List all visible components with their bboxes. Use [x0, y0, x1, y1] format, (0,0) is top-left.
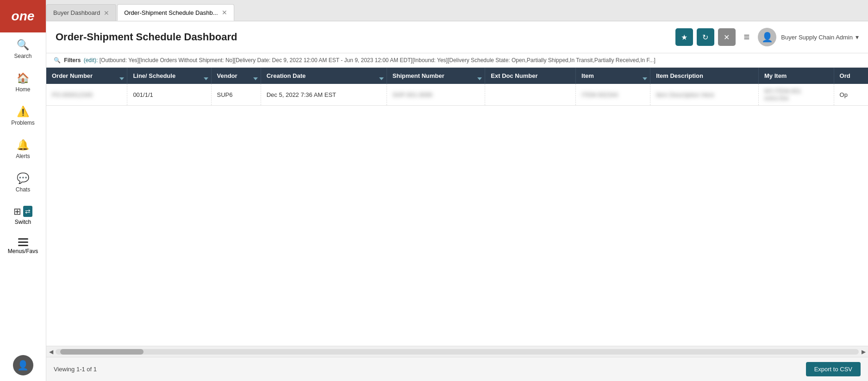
col-header-item-description[interactable]: Item Description: [650, 68, 759, 84]
col-header-vendor[interactable]: Vendor: [211, 68, 261, 84]
my-item-extra: extra line: [764, 95, 789, 102]
tab-close-order-shipment[interactable]: ✕: [222, 9, 227, 16]
refresh-button[interactable]: ↻: [697, 28, 714, 46]
user-avatar[interactable]: 👤: [13, 355, 33, 375]
main-area: Buyer Dashboard ✕ Order-Shipment Schedul…: [46, 0, 868, 381]
refresh-icon: ↻: [702, 33, 708, 42]
sidebar-item-search[interactable]: 🔍 Search: [0, 32, 46, 66]
col-header-shipment-number[interactable]: Shipment Number: [387, 68, 485, 84]
favorite-button[interactable]: ★: [675, 28, 693, 46]
sort-arrow-icon: [119, 77, 124, 80]
shipment-number-value: SHP-001-0099: [393, 91, 432, 98]
sidebar-item-menus[interactable]: Menus/Favs: [0, 232, 46, 261]
table-body: PO-000012345 001/1/1 SUP6 Dec 5, 2022 7:…: [46, 84, 868, 106]
user-role-label: Buyer Supply Chain Admin: [781, 34, 853, 41]
scroll-thumb[interactable]: [60, 349, 144, 355]
line-schedule-value: 001/1/1: [133, 91, 153, 98]
user-role-info: Buyer Supply Chain Admin ▾: [781, 33, 859, 41]
scroll-track[interactable]: [56, 349, 859, 355]
sidebar-item-label: Home: [15, 86, 30, 93]
avatar-image: 👤: [762, 32, 773, 43]
col-header-creation-date[interactable]: Creation Date: [261, 68, 387, 84]
export-csv-button[interactable]: Export to CSV: [806, 362, 861, 376]
close-button[interactable]: ✕: [718, 28, 736, 46]
sort-arrow-icon: [477, 77, 482, 80]
cell-item-description: Item Description Here: [650, 84, 759, 106]
filters-label: Filters: [64, 57, 81, 64]
cell-line-schedule: 001/1/1: [127, 84, 211, 106]
header-user-avatar: 👤: [758, 28, 776, 46]
col-header-line-schedule[interactable]: Line/ Schedule: [127, 68, 211, 84]
switch-arrow-icon: ⇄: [25, 208, 31, 215]
sidebar-item-label: Search: [14, 53, 31, 59]
cell-vendor: SUP6: [211, 84, 261, 106]
home-icon: 🏠: [17, 72, 29, 84]
user-info-section[interactable]: 👤 Buyer Supply Chain Admin ▾: [758, 28, 859, 46]
logo-text: one: [12, 9, 35, 24]
menu-line-2: [18, 241, 28, 243]
creation-date-value: Dec 5, 2022 7:36 AM EST: [267, 91, 336, 98]
col-header-order-number[interactable]: Order Number: [46, 68, 127, 84]
item-desc-value: Item Description Here: [656, 91, 714, 98]
menu-line-1: [18, 238, 28, 240]
data-table-container: Order Number Line/ Schedule Vendor: [46, 68, 868, 346]
sidebar-item-switch[interactable]: ⊞ ⇄ Switch: [0, 199, 46, 232]
filter-icon: 🔍: [54, 57, 61, 64]
sidebar-item-label: Menus/Favs: [8, 248, 38, 254]
sidebar-item-chats[interactable]: 💬 Chats: [0, 166, 46, 199]
scroll-left-arrow[interactable]: ◀: [46, 347, 56, 356]
cell-ord: Op: [834, 84, 868, 106]
search-icon: 🔍: [17, 39, 29, 51]
page-footer: Viewing 1-1 of 1 Export to CSV: [46, 357, 868, 381]
sidebar-item-problems[interactable]: ⚠️ Problems: [0, 99, 46, 133]
hamburger-menu-button[interactable]: ≡: [744, 31, 750, 43]
tab-buyer-dashboard[interactable]: Buyer Dashboard ✕: [46, 4, 116, 21]
col-header-ext-doc-number[interactable]: Ext Doc Number: [485, 68, 576, 84]
switch-icons: ⊞ ⇄: [13, 206, 32, 217]
sort-arrow-icon: [379, 77, 384, 80]
vendor-value: SUP6: [217, 91, 233, 98]
switch-grid-icon: ⊞: [13, 206, 21, 217]
cell-my-item: MY-ITEM-001 extra line: [759, 84, 834, 106]
menu-line-3: [18, 245, 28, 246]
col-header-ord[interactable]: Ord: [834, 68, 868, 84]
horizontal-scrollbar[interactable]: ◀ ▶: [46, 346, 868, 357]
data-table: Order Number Line/ Schedule Vendor: [46, 68, 868, 106]
sidebar-item-label: Chats: [16, 186, 30, 193]
sort-arrow-icon: [253, 77, 258, 80]
col-header-my-item[interactable]: My Item: [759, 68, 834, 84]
filters-bar: 🔍 Filters (edit): [Outbound: Yes][Includ…: [46, 53, 868, 68]
sidebar: one 🔍 Search 🏠 Home ⚠️ Problems 🔔 Alerts…: [0, 0, 46, 381]
bell-icon: 🔔: [17, 139, 29, 151]
tab-bar: Buyer Dashboard ✕ Order-Shipment Schedul…: [46, 0, 868, 21]
ord-value: Op: [840, 91, 848, 98]
hamburger-icon: ≡: [744, 31, 750, 43]
sort-arrow-icon: [643, 77, 647, 80]
page-header: Order-Shipment Schedule Dashboard ★ ↻ ✕ …: [46, 21, 868, 53]
viewing-count: Viewing 1-1 of 1: [54, 366, 97, 373]
tab-label: Buyer Dashboard: [53, 9, 100, 16]
filters-edit-link[interactable]: (edit):: [84, 57, 98, 64]
scroll-right-arrow[interactable]: ▶: [859, 347, 868, 356]
tab-close-buyer[interactable]: ✕: [104, 10, 109, 16]
tab-label: Order-Shipment Schedule Dashb...: [124, 9, 218, 16]
switch-badge: ⇄: [23, 206, 32, 217]
table-row: PO-000012345 001/1/1 SUP6 Dec 5, 2022 7:…: [46, 84, 868, 106]
sidebar-item-home[interactable]: 🏠 Home: [0, 66, 46, 99]
header-actions: ★ ↻ ✕ ≡ 👤 Buyer Supply Chain Admin ▾: [675, 28, 859, 46]
content-area: 🔍 Filters (edit): [Outbound: Yes][Includ…: [46, 53, 868, 381]
sidebar-item-alerts[interactable]: 🔔 Alerts: [0, 133, 46, 166]
cell-item: ITEM-002344: [576, 84, 650, 106]
my-item-value: MY-ITEM-001: [764, 88, 801, 95]
menu-lines-icon: [18, 238, 28, 246]
sidebar-item-label: Problems: [11, 120, 35, 126]
app-logo[interactable]: one: [0, 0, 46, 32]
filters-text: [Outbound: Yes][Include Orders Without S…: [100, 57, 656, 64]
close-icon: ✕: [724, 33, 730, 42]
tab-order-shipment[interactable]: Order-Shipment Schedule Dashb... ✕: [117, 4, 234, 21]
col-header-item[interactable]: Item: [576, 68, 650, 84]
star-icon: ★: [681, 33, 687, 42]
cell-creation-date: Dec 5, 2022 7:36 AM EST: [261, 84, 387, 106]
cell-order-number: PO-000012345: [46, 84, 127, 106]
dropdown-chevron-icon[interactable]: ▾: [856, 33, 859, 41]
